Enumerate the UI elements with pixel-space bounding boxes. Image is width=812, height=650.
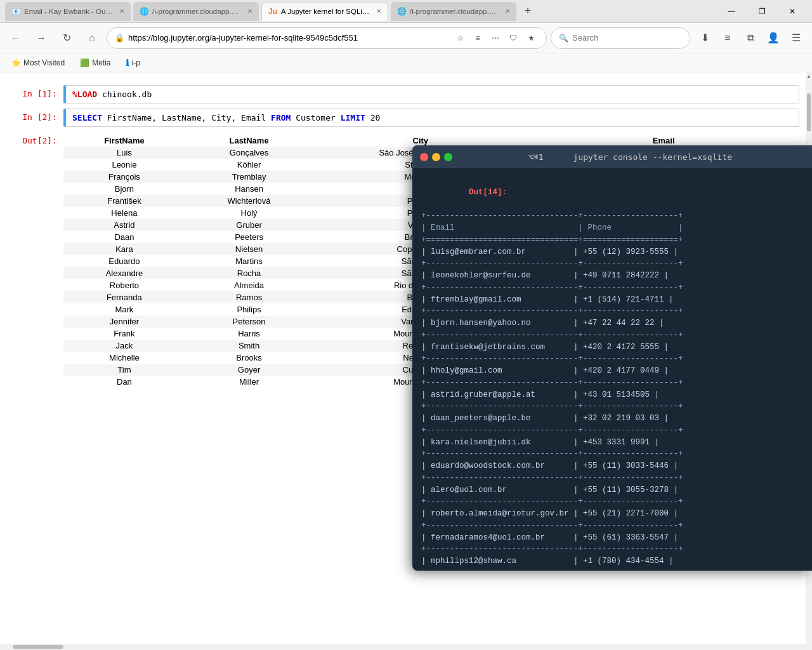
collections-icon[interactable]: ≡ bbox=[717, 27, 738, 49]
table-cell: Hansen bbox=[185, 183, 313, 195]
back-button[interactable]: ← bbox=[5, 27, 27, 49]
terminal-data-row: | roberto.almeida@riotur.gov.br | +55 (2… bbox=[421, 508, 803, 520]
new-tab-button[interactable]: + bbox=[519, 3, 537, 20]
terminal-body[interactable]: Out[14]: +------------------------------… bbox=[412, 168, 812, 571]
cell-1: In [1]: %LOAD chinook.db bbox=[0, 85, 812, 103]
window-controls: — ❐ ✕ bbox=[717, 2, 807, 21]
home-button[interactable]: ⌂ bbox=[81, 27, 103, 49]
table-cell: Holý bbox=[185, 207, 313, 219]
table-cell: Roberto bbox=[63, 279, 185, 291]
cell-2-label: In [2]: bbox=[13, 109, 63, 127]
from-table: Customer bbox=[296, 113, 340, 123]
table-cell: Brooks bbox=[185, 352, 313, 364]
tab-email[interactable]: 📧 Email - Kay Ewbank - Outlook ✕ bbox=[5, 2, 131, 21]
terminal-row-separator: +--------------------------------+------… bbox=[421, 567, 803, 571]
horizontal-scrollbar[interactable] bbox=[0, 644, 812, 650]
pip-icon[interactable]: ⋯ bbox=[488, 30, 503, 46]
search-bar[interactable]: 🔍 bbox=[551, 27, 690, 49]
from-keyword: FROM bbox=[271, 113, 291, 123]
terminal-data-row: | daan_peeters@apple.be | +32 02 219 03 … bbox=[421, 413, 803, 425]
table-cell: Astrid bbox=[63, 219, 185, 231]
scrollbar-thumb-vertical[interactable] bbox=[807, 93, 811, 131]
col-lastname: LastName bbox=[185, 135, 313, 147]
downloads-icon[interactable]: ⬇ bbox=[694, 27, 716, 49]
terminal-close-button[interactable] bbox=[420, 153, 428, 161]
terminal-column-headers: | Email | Phone | bbox=[421, 222, 803, 234]
nav-bar: ← → ↻ ⌂ 🔒 ☆ ≡ ⋯ 🛡 ★ 🔍 ⬇ ≡ ⧉ 👤 ☰ bbox=[0, 23, 812, 53]
forward-button[interactable]: → bbox=[30, 27, 52, 49]
table-cell: Leonie bbox=[63, 159, 185, 171]
bookmark-star-icon[interactable]: ☆ bbox=[452, 30, 468, 46]
terminal-data-row: | fernadaramos4@uol.com.br | +55 (61) 33… bbox=[421, 532, 803, 544]
table-cell: Philips bbox=[185, 303, 313, 315]
address-bar-icons: ☆ ≡ ⋯ 🛡 ★ bbox=[452, 30, 539, 46]
terminal-minimize-button[interactable] bbox=[432, 153, 440, 161]
email-favicon: 📧 bbox=[11, 7, 20, 16]
scroll-up-arrow[interactable]: ▲ bbox=[805, 72, 812, 81]
terminal-window: ⌥⌘1 jupyter console --kernel=xsqlite Out… bbox=[412, 145, 812, 571]
limit-value: 20 bbox=[370, 113, 381, 123]
browser-window: 📧 Email - Kay Ewbank - Outlook ✕ 🌐 /i-pr… bbox=[0, 0, 812, 650]
tab-email-close[interactable]: ✕ bbox=[119, 8, 124, 15]
terminal-row-separator: +--------------------------------+------… bbox=[421, 425, 803, 437]
minimize-button[interactable]: — bbox=[717, 2, 746, 21]
terminal-data-row: | ftremblay@gmail.com | +1 (514) 721-471… bbox=[421, 294, 803, 306]
terminal-maximize-button[interactable] bbox=[444, 153, 452, 161]
terminal-row-separator: +--------------------------------+------… bbox=[421, 329, 803, 342]
table-cell: Bjorn bbox=[63, 183, 185, 195]
table-cell: Ramos bbox=[185, 291, 313, 303]
tab-iprogrammer1-close[interactable]: ✕ bbox=[247, 8, 252, 15]
split-view-icon[interactable]: ⧉ bbox=[740, 27, 761, 49]
tab-iprogrammer1[interactable]: 🌐 /i-programmer.cloudapp.net/ ✕ bbox=[133, 2, 259, 21]
tab-iprogrammer2-close[interactable]: ✕ bbox=[505, 8, 510, 15]
cell-2-body[interactable]: SELECT FirstName, LastName, City, Email … bbox=[63, 109, 799, 127]
maximize-button[interactable]: ❐ bbox=[747, 2, 776, 21]
reader-mode-icon[interactable]: ≡ bbox=[470, 30, 485, 46]
select-fields: FirstName, LastName, City, Email bbox=[107, 113, 271, 123]
terminal-data-row: | kara.nielsen@jubii.dk | +453 3331 9991… bbox=[421, 437, 803, 449]
col-firstname: FirstName bbox=[63, 135, 185, 147]
select-keyword: SELECT bbox=[72, 113, 102, 123]
cell-1-body[interactable]: %LOAD chinook.db bbox=[63, 85, 799, 103]
terminal-titlebar: ⌥⌘1 jupyter console --kernel=xsqlite bbox=[412, 145, 812, 168]
bookmarks-bar: ⭐ Most Visited 🟩 Metia ℹ i-p bbox=[0, 53, 812, 72]
terminal-shortcut: ⌥⌘1 bbox=[528, 152, 543, 162]
tab-jupyter-close[interactable]: ✕ bbox=[376, 8, 381, 15]
terminal-row-separator: +--------------------------------+------… bbox=[421, 448, 803, 460]
terminal-row-separator: +--------------------------------+------… bbox=[421, 353, 803, 365]
table-cell: Smith bbox=[185, 340, 313, 352]
tab-jupyter[interactable]: Ju A Jupyter kernel for SQLite - Ju... ✕ bbox=[261, 2, 388, 21]
table-cell: Dan bbox=[63, 376, 185, 388]
address-bar[interactable]: 🔒 ☆ ≡ ⋯ 🛡 ★ bbox=[107, 27, 547, 49]
table-cell: Jennifer bbox=[63, 315, 185, 328]
menu-icon[interactable]: ☰ bbox=[785, 27, 807, 49]
profile-icon[interactable]: 👤 bbox=[763, 27, 784, 49]
bookmark-most-visited[interactable]: ⭐ Most Visited bbox=[8, 57, 69, 69]
terminal-header-separator-2: +================================+======… bbox=[421, 234, 803, 246]
terminal-data-row: | luisg@embraer.com.br | +55 (12) 3923-5… bbox=[421, 246, 803, 258]
scrollbar-thumb-horizontal[interactable] bbox=[13, 645, 63, 649]
table-cell: Gruber bbox=[185, 219, 313, 231]
shield-icon[interactable]: 🛡 bbox=[506, 30, 521, 46]
terminal-data-rows: | luisg@embraer.com.br | +55 (12) 3923-5… bbox=[421, 246, 803, 571]
bookmark-ip[interactable]: ℹ i-p bbox=[122, 56, 143, 69]
tab-jupyter-label: A Jupyter kernel for SQLite - Ju... bbox=[281, 8, 370, 15]
close-button[interactable]: ✕ bbox=[778, 2, 807, 21]
star-icon[interactable]: ★ bbox=[523, 30, 539, 46]
refresh-button[interactable]: ↻ bbox=[56, 27, 77, 49]
table-cell: Mark bbox=[63, 303, 185, 315]
address-input[interactable] bbox=[128, 33, 449, 43]
table-cell: Kara bbox=[63, 243, 185, 255]
terminal-row-separator: +--------------------------------+------… bbox=[421, 496, 803, 508]
jupyter-favicon: Ju bbox=[268, 7, 277, 16]
most-visited-label: Most Visited bbox=[23, 58, 65, 67]
tab-iprogrammer2[interactable]: 🌐 /i-programmer.cloudapp.net/ ✕ bbox=[391, 2, 516, 21]
terminal-data-row: | alero@uol.com.br | +55 (11) 3055-3278 … bbox=[421, 484, 803, 496]
bookmark-metia[interactable]: 🟩 Metia bbox=[76, 57, 114, 69]
ip-label: i-p bbox=[131, 58, 140, 67]
table-cell: Köhler bbox=[185, 159, 313, 171]
table-cell: Wichterlová bbox=[185, 195, 313, 207]
table-cell: Tremblay bbox=[185, 171, 313, 183]
table-cell: Frank bbox=[63, 328, 185, 340]
search-input[interactable] bbox=[572, 33, 682, 43]
